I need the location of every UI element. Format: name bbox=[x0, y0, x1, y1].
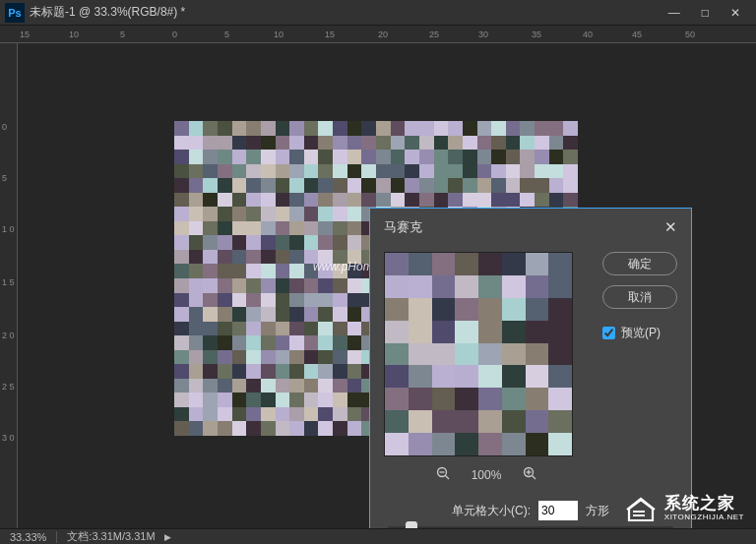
close-window-button[interactable]: ✕ bbox=[724, 4, 746, 22]
docinfo-label: 文档: bbox=[67, 530, 92, 542]
docinfo-value: 3.31M/3.31M bbox=[92, 530, 155, 542]
preview-checkbox-row[interactable]: 预览(P) bbox=[602, 325, 677, 341]
dialog-close-button[interactable]: ✕ bbox=[664, 218, 677, 236]
maximize-button[interactable]: □ bbox=[696, 4, 715, 22]
status-bar: 33.33% 文档:3.31M/3.31M ▶ bbox=[0, 528, 756, 544]
ruler-tick: 2 5 bbox=[2, 382, 15, 392]
zoom-percentage: 100% bbox=[472, 468, 502, 482]
cancel-button[interactable]: 取消 bbox=[602, 285, 677, 309]
title-bar: Ps 未标题-1 @ 33.3%(RGB/8#) * — □ ✕ bbox=[0, 0, 756, 26]
ruler-tick: 15 bbox=[20, 30, 30, 39]
ruler-tick: 10 bbox=[69, 30, 79, 39]
minimize-button[interactable]: — bbox=[662, 4, 686, 22]
ok-button[interactable]: 确定 bbox=[602, 252, 677, 275]
ruler-tick: 1 0 bbox=[2, 224, 15, 234]
preview-thumbnail[interactable] bbox=[384, 252, 573, 456]
cell-size-input[interactable] bbox=[538, 501, 578, 520]
ruler-tick: 30 bbox=[478, 30, 488, 39]
ruler-tick: 40 bbox=[583, 30, 593, 39]
ruler-tick: 2 0 bbox=[2, 331, 15, 340]
dialog-title: 马赛克 bbox=[384, 218, 422, 236]
ruler-tick: 25 bbox=[429, 30, 439, 39]
preview-checkbox[interactable] bbox=[602, 327, 615, 339]
window-title: 未标题-1 @ 33.3%(RGB/8#) * bbox=[30, 4, 662, 21]
zoom-out-icon[interactable] bbox=[436, 466, 450, 483]
ruler-tick: 35 bbox=[532, 30, 541, 39]
cell-size-unit: 方形 bbox=[586, 503, 609, 519]
preview-checkbox-label: 预览(P) bbox=[621, 325, 661, 341]
ruler-tick: 10 bbox=[274, 30, 284, 39]
brand-watermark: 系统之家 XITONGZHIJIA.NET bbox=[625, 495, 744, 522]
mosaic-dialog: 马赛克 ✕ 100% 确定 取消 bbox=[369, 208, 692, 528]
ruler-tick: 15 bbox=[325, 30, 335, 39]
zoom-in-icon[interactable] bbox=[523, 466, 536, 483]
svg-line-1 bbox=[445, 476, 449, 480]
ruler-tick: 0 bbox=[2, 122, 7, 132]
ruler-tick: 50 bbox=[685, 30, 695, 39]
cell-size-label: 单元格大小(C): bbox=[452, 503, 531, 519]
brand-logo-icon bbox=[625, 495, 657, 522]
ruler-tick: 5 bbox=[120, 30, 125, 39]
brand-name-en: XITONGZHIJIA.NET bbox=[664, 514, 744, 522]
ruler-tick: 45 bbox=[632, 30, 642, 39]
ruler-tick: 5 bbox=[224, 30, 229, 39]
ruler-horizontal: 15 10 5 0 5 10 15 20 25 30 35 40 45 50 bbox=[0, 26, 756, 43]
slider-thumb[interactable] bbox=[406, 521, 417, 528]
ruler-tick: 3 0 bbox=[2, 433, 15, 443]
status-docinfo: 文档:3.31M/3.31M ▶ bbox=[57, 529, 180, 544]
svg-line-4 bbox=[533, 476, 536, 480]
brand-name-cn: 系统之家 bbox=[664, 495, 744, 514]
ruler-tick: 0 bbox=[172, 30, 177, 39]
canvas-area[interactable]: www.pHome.NET 马赛克 ✕ 100% 确定 bbox=[18, 43, 756, 528]
ruler-tick: 5 bbox=[2, 173, 7, 183]
status-zoom[interactable]: 33.33% bbox=[0, 531, 57, 543]
ruler-tick: 1 5 bbox=[2, 277, 15, 287]
ruler-vertical: 0 5 1 0 1 5 2 0 2 5 3 0 bbox=[0, 43, 18, 528]
ruler-tick: 20 bbox=[378, 30, 388, 39]
app-icon: Ps bbox=[5, 3, 25, 23]
